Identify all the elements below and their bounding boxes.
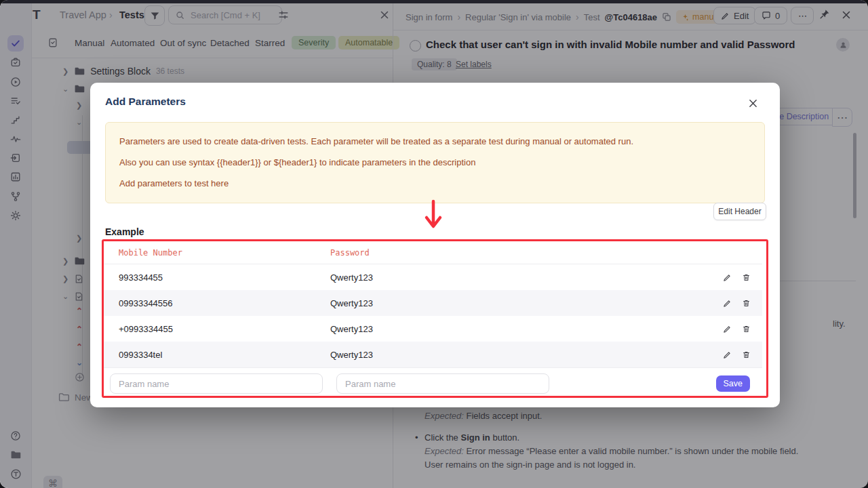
table-header-row: Mobile Number Password xyxy=(104,241,762,264)
edit-row-icon[interactable] xyxy=(723,350,732,359)
cell-password: Qwerty123 xyxy=(330,324,723,334)
param-name-input-2[interactable] xyxy=(336,373,549,394)
delete-row-icon[interactable] xyxy=(742,299,751,308)
app-window: T Travel App › Tests Manual Automated Ou… xyxy=(0,0,868,488)
cell-mobile: +0993334455 xyxy=(104,324,330,334)
add-parameters-modal: Add Parameters Parameters are used to cr… xyxy=(90,83,780,407)
edit-row-icon[interactable] xyxy=(723,325,732,333)
info-line-1: Parameters are used to create data-drive… xyxy=(119,136,751,148)
modal-title: Add Parameters xyxy=(105,96,186,108)
save-button[interactable]: Save xyxy=(716,375,751,392)
parameters-table: Mobile Number Password 993334455 Qwerty1… xyxy=(104,241,762,399)
annotation-arrow-down xyxy=(424,199,443,232)
table-row: 09933344556 Qwerty123 xyxy=(104,290,762,316)
table-row: +0993334455 Qwerty123 xyxy=(104,316,762,342)
column-header-password: Password xyxy=(330,248,762,258)
edit-header-button[interactable]: Edit Header xyxy=(713,203,766,220)
info-line-3: Add parameters to test here xyxy=(119,178,751,190)
cell-mobile: 09933344556 xyxy=(104,298,330,308)
param-name-input-1[interactable] xyxy=(110,373,323,394)
delete-row-icon[interactable] xyxy=(742,273,751,282)
cell-password: Qwerty123 xyxy=(330,350,723,360)
cell-mobile: 993334455 xyxy=(104,272,330,283)
cell-password: Qwerty123 xyxy=(330,298,723,308)
new-param-row: Save xyxy=(104,367,762,399)
modal-close-icon[interactable] xyxy=(749,99,757,108)
edit-row-icon[interactable] xyxy=(723,299,732,308)
delete-row-icon[interactable] xyxy=(742,350,751,359)
delete-row-icon[interactable] xyxy=(742,325,751,333)
edit-row-icon[interactable] xyxy=(723,273,732,282)
cell-password: Qwerty123 xyxy=(330,272,723,283)
info-line-2: Also you can use syntax {{header1}} or $… xyxy=(119,157,751,169)
parameters-info-box: Parameters are used to create data-drive… xyxy=(105,122,765,203)
cell-mobile: 0993334tel xyxy=(104,350,330,360)
table-row: 993334455 Qwerty123 xyxy=(104,264,762,290)
column-header-mobile: Mobile Number xyxy=(104,248,330,258)
example-label: Example xyxy=(105,226,144,237)
table-row: 0993334tel Qwerty123 xyxy=(104,342,762,367)
